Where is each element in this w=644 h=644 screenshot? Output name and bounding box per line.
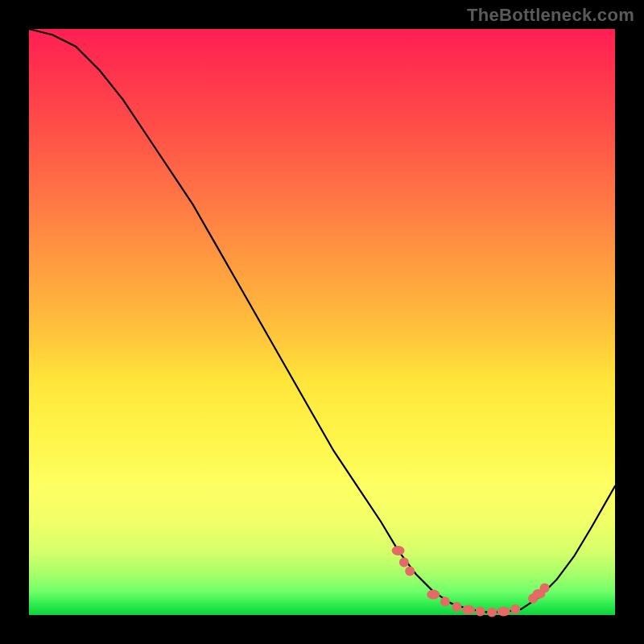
plot-area <box>29 29 615 615</box>
marker-dot <box>476 607 485 617</box>
marker-pill <box>427 590 440 600</box>
marker-pill <box>497 607 510 617</box>
marker-pill <box>392 546 405 555</box>
marker-dot <box>540 584 550 593</box>
marker-dot <box>405 566 415 576</box>
marker-dot <box>510 605 520 614</box>
watermark-text: TheBottleneck.com <box>467 5 634 26</box>
marker-dot <box>440 597 450 606</box>
chart-frame: TheBottleneck.com <box>0 0 644 644</box>
bottleneck-curve <box>29 29 615 612</box>
plot-svg <box>29 29 615 615</box>
marker-dot <box>487 607 497 617</box>
marker-dot <box>399 558 409 568</box>
marker-dot <box>452 602 461 612</box>
marker-pill <box>462 605 475 614</box>
